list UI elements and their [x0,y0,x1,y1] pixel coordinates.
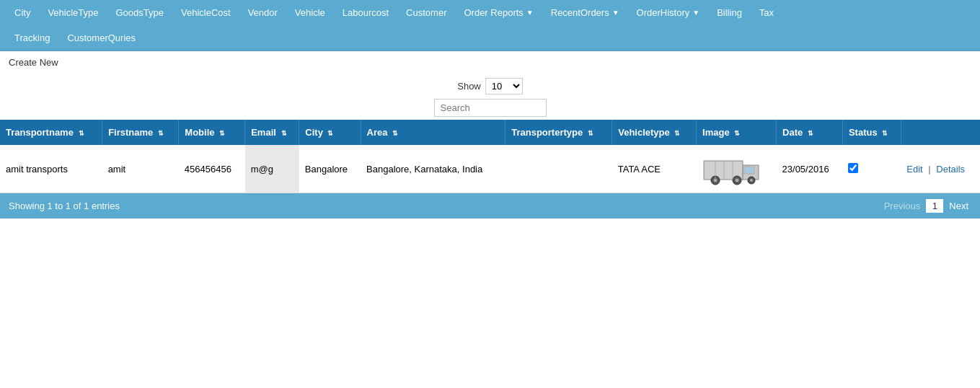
sort-email-icon: ⇅ [281,130,287,137]
cell-email: m@g [245,145,299,193]
col-city[interactable]: City ⇅ [299,120,361,145]
nav-vendor[interactable]: Vendor [239,0,286,25]
sub-header: Create New [0,51,980,74]
cell-mobile: 456456456 [179,145,245,193]
show-select[interactable]: 10 25 50 100 [485,78,523,94]
search-input[interactable] [434,99,547,117]
nav-labourcost-label: Labourcost [343,7,389,18]
col-transportertype[interactable]: Transportertype ⇅ [506,120,612,145]
nav-billing-label: Billing [717,7,742,18]
nav-vehiclecost[interactable]: VehicleCost [172,0,239,25]
nav-customer[interactable]: Customer [397,0,455,25]
navigation: City VehicleType GoodsType VehicleCost V… [0,0,980,51]
nav-tax[interactable]: Tax [751,0,782,25]
col-firstname[interactable]: Firstname ⇅ [102,120,179,145]
svg-point-8 [750,179,753,182]
nav-orderreports-label: Order Reports [464,7,523,18]
orderreports-arrow-icon: ▼ [526,9,534,17]
page-number[interactable]: 1 [926,199,943,213]
previous-button[interactable]: Previous [881,199,924,213]
table-controls: Show 10 25 50 100 [0,78,980,117]
status-checkbox[interactable] [848,163,858,173]
nav-labourcost[interactable]: Labourcost [334,0,397,25]
col-email[interactable]: Email ⇅ [245,120,299,145]
sort-area-icon: ⇅ [392,130,398,137]
nav-tax-label: Tax [759,7,774,18]
sort-transportertype-icon: ⇅ [588,130,593,137]
sort-firstname-icon: ⇅ [158,130,164,137]
sort-vehicletype-icon: ⇅ [674,130,680,137]
showing-text: Showing 1 to 1 of 1 entries [9,200,120,211]
svg-point-6 [735,179,738,182]
cell-city: Bangalore [299,145,361,193]
nav-vehicle[interactable]: Vehicle [286,0,334,25]
nav-billing[interactable]: Billing [708,0,751,25]
nav-customer-label: Customer [406,7,446,18]
nav-goodstype[interactable]: GoodsType [107,0,173,25]
show-label: Show [457,81,481,92]
nav-tracking[interactable]: Tracking [6,25,58,50]
sort-image-icon: ⇅ [734,130,740,137]
nav-orderreports[interactable]: Order Reports ▼ [455,0,542,25]
cell-transportertype [506,145,612,193]
sort-status-icon: ⇅ [882,130,888,137]
table-row: amit transports amit 456456456 m@g Banga… [0,145,980,193]
recentorders-arrow-icon: ▼ [612,9,619,17]
cell-actions: Edit | Details [901,145,980,193]
nav-recentorders-label: RecentOrders [551,7,609,18]
svg-rect-2 [744,167,754,174]
table-header-row: Transportname ⇅ Firstname ⇅ Mobile ⇅ Ema… [0,120,980,145]
nav-vehicletype[interactable]: VehicleType [39,0,107,25]
col-transportname[interactable]: Transportname ⇅ [0,120,102,145]
sort-transportname-icon: ⇅ [79,130,84,137]
col-image[interactable]: Image ⇅ [697,120,777,145]
nav-vehicle-label: Vehicle [295,7,325,18]
col-date[interactable]: Date ⇅ [777,120,843,145]
nav-goodstype-label: GoodsType [116,7,164,18]
pagination: Previous 1 Next [881,199,971,213]
nav-city-label: City [14,7,30,18]
edit-link[interactable]: Edit [906,164,922,175]
nav-recentorders[interactable]: RecentOrders ▼ [542,0,628,25]
nav-vendor-label: Vendor [248,7,278,18]
sort-mobile-icon: ⇅ [219,130,225,137]
cell-vehicletype: TATA ACE [612,145,697,193]
cell-firstname: amit [102,145,179,193]
cell-image [697,145,777,193]
details-link[interactable]: Details [936,164,965,175]
sort-city-icon: ⇅ [327,130,333,137]
nav-orderhistory[interactable]: OrderHistory ▼ [628,0,709,25]
nav-customerquries-label: CustomerQuries [67,32,136,43]
col-vehicletype[interactable]: Vehicletype ⇅ [612,120,697,145]
cell-date: 23/05/2016 [777,145,843,193]
cell-area: Bangalore, Karnataka, India [361,145,506,193]
col-status[interactable]: Status ⇅ [842,120,901,145]
sort-date-icon: ⇅ [808,130,813,137]
col-area[interactable]: Area ⇅ [361,120,506,145]
nav-vehicletype-label: VehicleType [48,7,98,18]
nav-vehiclecost-label: VehicleCost [181,7,231,18]
nav-customerquries[interactable]: CustomerQuries [58,25,144,50]
truck-image [702,151,762,187]
nav-city[interactable]: City [6,0,39,25]
cell-status [842,145,901,193]
nav-tracking-label: Tracking [14,32,50,43]
table-footer: Showing 1 to 1 of 1 entries Previous 1 N… [0,193,980,219]
col-actions [901,120,980,145]
show-row: Show 10 25 50 100 [457,78,523,94]
nav-orderhistory-label: OrderHistory [637,7,690,18]
cell-transportname: amit transports [0,145,102,193]
next-button[interactable]: Next [946,199,971,213]
create-new-link[interactable]: Create New [9,57,58,68]
data-table: Transportname ⇅ Firstname ⇅ Mobile ⇅ Ema… [0,120,980,193]
orderhistory-arrow-icon: ▼ [692,9,699,17]
action-separator: | [928,164,930,175]
col-mobile[interactable]: Mobile ⇅ [179,120,245,145]
